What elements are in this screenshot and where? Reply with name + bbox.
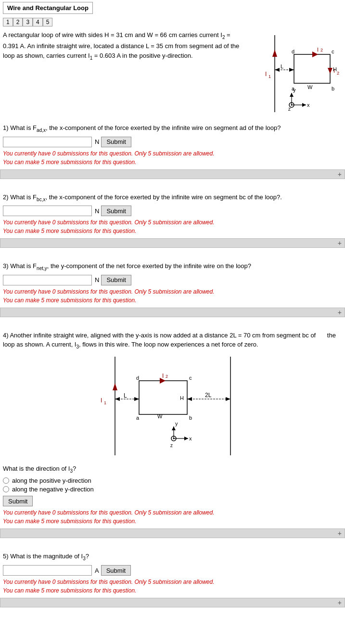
svg-text:y: y xyxy=(175,421,178,426)
q3-submission-info: You currently have 0 submissions for thi… xyxy=(3,287,342,305)
svg-marker-49 xyxy=(226,397,230,401)
svg-text:d: d xyxy=(292,49,294,54)
title-bar: Wire and Rectangular Loop xyxy=(3,2,93,14)
question-4-text: 4) Another infinite straight wire, align… xyxy=(3,331,342,350)
q2-unit: N xyxy=(95,207,99,215)
svg-text:z: z xyxy=(288,106,291,112)
svg-text:I: I xyxy=(317,47,319,52)
svg-text:L: L xyxy=(281,64,283,69)
svg-text:z: z xyxy=(170,443,173,448)
question-1-section: 1) What is Fad,x, the x-component of the… xyxy=(3,123,342,167)
page-4[interactable]: 4 xyxy=(33,18,43,26)
question-4-direction-text: What is the direction of I3? xyxy=(3,464,342,475)
q5-input[interactable] xyxy=(3,565,92,576)
svg-text:1: 1 xyxy=(268,74,271,79)
svg-marker-19 xyxy=(275,68,280,72)
q1-collapsible[interactable]: + xyxy=(0,169,345,179)
question-3-section: 3) What is Fnet,y, the y-component of th… xyxy=(3,261,342,305)
svg-text:x: x xyxy=(307,102,310,108)
svg-marker-31 xyxy=(113,383,117,390)
q4-label-positive: along the positive y-direction xyxy=(12,477,91,484)
svg-text:d: d xyxy=(136,375,139,381)
svg-text:b: b xyxy=(332,86,334,91)
svg-marker-56 xyxy=(184,437,188,440)
question-3-text: 3) What is Fnet,y, the y-component of th… xyxy=(3,261,342,272)
page-3[interactable]: 3 xyxy=(23,18,33,26)
svg-text:c: c xyxy=(332,49,334,54)
q4-radio-negative[interactable] xyxy=(3,486,9,492)
svg-text:a: a xyxy=(136,415,140,421)
q4-submit-button[interactable]: Submit xyxy=(3,496,33,506)
svg-marker-59 xyxy=(172,426,176,430)
svg-text:c: c xyxy=(189,375,192,381)
diagram-2: I 1 d c a b I 2 W H L 2 xyxy=(3,354,342,460)
svg-text:H: H xyxy=(333,66,337,72)
q4-radio-positive[interactable] xyxy=(3,477,9,484)
q2-submission-info: You currently have 0 submissions for thi… xyxy=(3,218,342,235)
q4-option-positive[interactable]: along the positive y-direction xyxy=(3,477,342,484)
q3-input[interactable] xyxy=(3,275,92,285)
q2-expand-icon: + xyxy=(338,239,342,247)
svg-text:W: W xyxy=(157,413,163,419)
diagram-1: I 1 d c a b I 2 I 2 W H xyxy=(246,30,342,118)
page-1[interactable]: 1 xyxy=(3,18,13,26)
svg-text:b: b xyxy=(189,415,192,421)
svg-marker-27 xyxy=(290,93,294,97)
question-5-section: 5) What is the magnitude of I3? A Submit… xyxy=(3,552,342,595)
q4-submission-info: You currently have 0 submissions for thi… xyxy=(3,508,342,526)
pagination: 1 2 3 4 5 xyxy=(3,18,342,26)
svg-text:I: I xyxy=(101,397,102,404)
q3-submit-button[interactable]: Submit xyxy=(101,275,131,285)
svg-text:2: 2 xyxy=(337,71,339,76)
q1-unit: N xyxy=(95,138,99,145)
q5-submit-button[interactable]: Submit xyxy=(101,565,131,576)
svg-marker-45 xyxy=(134,397,139,401)
svg-marker-24 xyxy=(302,103,306,107)
page-title: Wire and Rectangular Loop xyxy=(7,4,89,12)
svg-text:H: H xyxy=(180,395,184,401)
q4-option-negative[interactable]: along the negative y-direction xyxy=(3,486,342,493)
svg-text:I: I xyxy=(162,373,164,379)
q5-submission-info: You currently have 0 submissions for thi… xyxy=(3,578,342,595)
q5-collapsible[interactable]: + xyxy=(0,598,345,607)
q2-submit-button[interactable]: Submit xyxy=(101,206,131,216)
intro-text: A rectangular loop of wire with sides H … xyxy=(3,30,241,118)
q4-expand-icon: + xyxy=(338,529,342,537)
q4-label-negative: along the negative y-direction xyxy=(12,486,94,493)
q1-expand-icon: + xyxy=(338,170,342,178)
q1-input[interactable] xyxy=(3,137,92,147)
q5-expand-icon: + xyxy=(338,599,342,606)
svg-text:x: x xyxy=(189,436,192,441)
svg-text:W: W xyxy=(307,84,313,90)
svg-marker-14 xyxy=(328,68,332,74)
svg-text:I: I xyxy=(265,71,267,77)
q3-expand-icon: + xyxy=(338,309,342,316)
svg-text:2: 2 xyxy=(166,374,168,379)
svg-text:1: 1 xyxy=(104,400,106,405)
page-5[interactable]: 5 xyxy=(43,18,53,26)
svg-marker-1 xyxy=(272,50,277,57)
q5-unit: A xyxy=(95,567,99,574)
page-2[interactable]: 2 xyxy=(13,18,23,26)
q3-collapsible[interactable]: + xyxy=(0,308,345,317)
q1-submit-button[interactable]: Submit xyxy=(101,137,131,147)
svg-marker-46 xyxy=(115,397,120,401)
question-4-section: 4) Another infinite straight wire, align… xyxy=(3,331,342,526)
svg-marker-50 xyxy=(187,397,192,401)
q2-collapsible[interactable]: + xyxy=(0,238,345,248)
question-5-text: 5) What is the magnitude of I3? xyxy=(3,552,342,562)
q1-submission-info: You currently have 0 submissions for thi… xyxy=(3,149,342,167)
svg-text:2L: 2L xyxy=(205,392,212,399)
q3-unit: N xyxy=(95,276,99,283)
question-2-section: 2) What is Fbc,x, the x-component of the… xyxy=(3,193,342,236)
question-2-text: 2) What is Fbc,x, the x-component of the… xyxy=(3,193,342,203)
q2-input[interactable] xyxy=(3,206,92,216)
svg-text:L: L xyxy=(124,392,127,399)
question-1-text: 1) What is Fad,x, the x-component of the… xyxy=(3,123,342,134)
svg-text:y: y xyxy=(293,87,296,93)
q4-collapsible[interactable]: + xyxy=(0,528,345,538)
svg-marker-18 xyxy=(289,68,294,72)
svg-text:2: 2 xyxy=(320,48,323,52)
svg-rect-4 xyxy=(294,54,330,83)
